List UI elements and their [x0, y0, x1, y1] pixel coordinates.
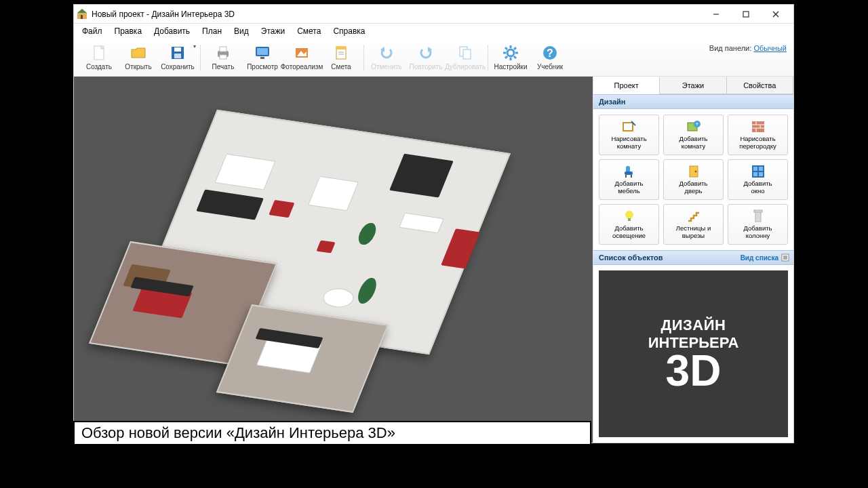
tab-1[interactable]: Этажи: [660, 77, 726, 94]
tool-light[interactable]: Добавитьосвещение: [599, 204, 659, 245]
preview-button[interactable]: Просмотр: [243, 41, 282, 75]
duplicate-button: Дублировать: [446, 41, 485, 75]
svg-marker-1: [77, 9, 87, 13]
draw-room-icon: [621, 119, 637, 134]
minimize-button[interactable]: [701, 5, 731, 24]
app-icon: [77, 9, 87, 20]
svg-rect-2: [81, 15, 83, 19]
svg-line-34: [514, 56, 516, 58]
panel-mode-selector[interactable]: Вид панели: Обычный: [709, 44, 787, 52]
print-button[interactable]: Печать: [203, 41, 243, 75]
titlebar: Новый проект - Дизайн Интерьера 3D: [74, 5, 793, 24]
help-button[interactable]: ?Учебник: [530, 41, 570, 75]
file-icon: [90, 44, 108, 62]
svg-rect-13: [220, 47, 226, 52]
tool-window[interactable]: Добавитьокно: [728, 159, 788, 200]
copy-icon: [456, 44, 474, 62]
svg-rect-14: [220, 55, 226, 59]
svg-line-35: [505, 56, 507, 58]
settings-button[interactable]: Настройки: [491, 41, 530, 75]
open-button[interactable]: Открыть: [119, 41, 158, 75]
objects-header-label: Список объектов: [599, 253, 663, 262]
menu-этажи[interactable]: Этажи: [256, 25, 290, 37]
estimate-button[interactable]: Смета: [321, 41, 361, 75]
panel-mode-label: Вид панели:: [709, 44, 751, 52]
svg-point-59: [625, 211, 633, 219]
redo-button: Повторить: [406, 41, 446, 75]
floppy-icon: [169, 44, 186, 62]
create-button[interactable]: Создать: [79, 41, 119, 75]
redo-icon: [417, 44, 435, 62]
menu-добавить[interactable]: Добавить: [149, 25, 195, 37]
side-tabs: ПроектЭтажиСвойства: [593, 77, 793, 94]
objects-section-header: Список объектов Вид списка: [593, 250, 793, 265]
close-button[interactable]: [761, 5, 791, 24]
svg-rect-11: [174, 54, 181, 58]
tool-door[interactable]: Добавитьдверь: [663, 159, 724, 200]
tool-draw-room[interactable]: Нарисоватькомнату: [599, 115, 659, 155]
3d-viewport[interactable]: [74, 77, 593, 443]
printer-icon: [214, 44, 232, 62]
render-icon: [293, 44, 311, 62]
light-icon: [621, 209, 637, 224]
toolbar: СоздатьОткрытьСохранить▾ ПечатьПросмотрФ…: [74, 39, 793, 77]
undo-icon: [378, 44, 395, 62]
menu-справка[interactable]: Справка: [328, 25, 370, 37]
svg-rect-10: [174, 47, 181, 52]
logo-line3: 3D: [666, 352, 722, 391]
svg-text:+: +: [695, 121, 698, 127]
monitor-icon: [254, 44, 271, 62]
menu-файл[interactable]: Файл: [77, 25, 108, 37]
add-room-icon: +: [686, 119, 702, 134]
save-button[interactable]: Сохранить▾: [158, 41, 197, 75]
photoreal-button[interactable]: Фотореализм: [282, 41, 321, 75]
svg-point-28: [507, 49, 514, 56]
notepad-icon: [332, 44, 350, 62]
tab-0[interactable]: Проект: [593, 77, 660, 94]
video-caption: Обзор новой версии «Дизайн Интерьера 3D»: [73, 421, 591, 445]
list-view-toggle[interactable]: Вид списка: [741, 253, 789, 262]
menu-план[interactable]: План: [197, 25, 227, 37]
window-icon: [750, 164, 766, 179]
svg-text:?: ?: [547, 47, 553, 59]
menubar: ФайлПравкаДобавитьПланВидЭтажиСметаСправ…: [74, 24, 793, 39]
caption-text: Обзор новой версии «Дизайн Интерьера 3D»: [81, 424, 395, 442]
svg-line-36: [514, 47, 516, 49]
logo-block: ДИЗАЙН ИНТЕРЬЕРА 3D: [599, 270, 788, 437]
column-icon: [750, 209, 766, 224]
window-title: Новый проект - Дизайн Интерьера 3D: [92, 9, 701, 19]
svg-rect-65: [754, 210, 762, 212]
door-icon: [686, 164, 702, 179]
svg-rect-4: [743, 12, 749, 17]
tool-wall[interactable]: Нарисоватьперегородку: [728, 115, 788, 155]
tool-chair[interactable]: Добавитьмебель: [599, 159, 659, 200]
svg-line-33: [505, 47, 507, 49]
svg-rect-16: [257, 48, 268, 55]
undo-button: Отменить: [367, 41, 406, 75]
maximize-button[interactable]: [731, 5, 761, 24]
side-panel: ПроектЭтажиСвойства Дизайн Нарисоватьком…: [593, 77, 793, 443]
dropdown-arrow-icon: ▾: [193, 43, 196, 49]
svg-rect-60: [628, 218, 631, 221]
gear-icon: [502, 44, 519, 62]
logo-line1: ДИЗАЙН: [661, 317, 726, 334]
tool-column[interactable]: Добавитьколонну: [728, 204, 788, 245]
help-icon: ?: [541, 44, 559, 62]
panel-mode-link[interactable]: Обычный: [753, 44, 787, 52]
svg-rect-39: [623, 123, 633, 131]
design-tool-grid: Нарисоватькомнату+ДобавитькомнатуНарисов…: [593, 109, 793, 250]
tab-2[interactable]: Свойства: [727, 77, 793, 94]
tool-stairs[interactable]: Лестницы ивырезы: [663, 204, 724, 245]
menu-правка[interactable]: Правка: [109, 25, 148, 37]
menu-вид[interactable]: Вид: [229, 25, 254, 37]
svg-rect-17: [260, 57, 264, 59]
svg-point-55: [694, 171, 696, 173]
menu-смета[interactable]: Смета: [292, 25, 326, 37]
svg-rect-51: [625, 171, 633, 175]
stairs-icon: [686, 209, 702, 224]
wall-icon: [750, 119, 766, 134]
tool-add-room[interactable]: +Добавитькомнату: [663, 115, 724, 155]
design-section-header: Дизайн: [593, 94, 793, 109]
chair-icon: [621, 164, 637, 179]
app-window: Новый проект - Дизайн Интерьера 3D ФайлП…: [73, 4, 794, 443]
